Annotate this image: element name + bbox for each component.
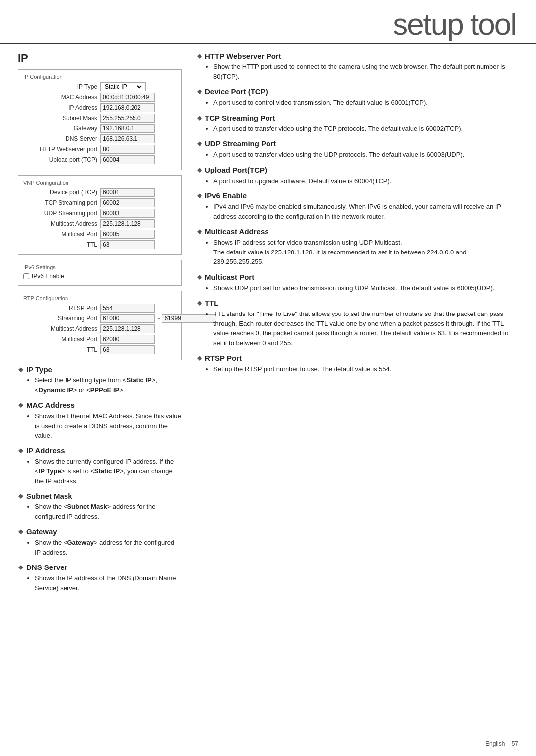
help-multicast-port-text: Shows UDP port set for video transmissio… [213,283,518,293]
help-ttl-heading: TTL [205,299,219,307]
left-column: IP IP Configuration IP Type Static IP Dy… [18,52,182,599]
subnet-mask-value[interactable]: 255.255.255.0 [100,114,155,123]
help-ttl: ❖ TTL TTL stands for "Time To Live" that… [197,299,518,348]
vnp-ttl-row: TTL 63 [23,240,176,249]
help-http-port-text: Show the HTTP port used to connect to th… [213,62,518,81]
mac-address-value: 00:0d:f1:30:00:49 [100,93,155,102]
upload-port-label: Upload port (TCP) [23,156,100,163]
help-dns-server: ❖ DNS Server Shows the IP address of the… [18,563,182,593]
gateway-value[interactable]: 192.168.0.1 [100,124,155,133]
help-mac-heading: MAC Address [26,401,75,409]
vnp-multicast-port-row: Multicast Port 60005 [23,230,176,239]
dns-server-label: DNS Server [23,135,100,142]
rtp-ttl-row: TTL 63 [23,345,176,354]
ipv6-config-title: IPv6 Settings [23,264,176,270]
gateway-label: Gateway [23,125,100,132]
rtp-multicast-addr-label: Multicast Address [23,325,100,332]
rtp-multicast-addr-value[interactable]: 225.128.1.128 [100,324,155,333]
help-upload-port-heading: Upload Port(TCP) [205,166,267,174]
section-title-ip: IP [18,52,182,64]
vnp-multicast-port-label: Multicast Port [23,231,100,238]
ipv6-enable-label: IPv6 Enable [32,273,64,280]
subnet-mask-label: Subnet Mask [23,115,100,122]
http-port-label: HTTP Webserver port [23,146,100,153]
diamond-icon: ❖ [18,366,24,374]
help-tcp-streaming: ❖ TCP Streaming Port A port used to tran… [197,114,518,134]
help-udp-streaming-heading: UDP Streaming Port [205,139,276,148]
vnp-ttl-value[interactable]: 63 [100,240,155,249]
upload-port-value[interactable]: 60004 [100,155,155,164]
help-ip-type-text: Select the IP setting type from <Static … [35,376,182,395]
diamond-icon: ❖ [197,140,202,148]
vnp-multicast-addr-row: Multicast Address 225.128.1.128 [23,219,176,228]
gateway-row: Gateway 192.168.0.1 [23,124,176,133]
dns-server-value[interactable]: 168.126.63.1 [100,134,155,143]
ip-type-select[interactable]: Static IP Dynamic IP PPPoE IP [103,83,143,91]
diamond-icon: ❖ [197,355,202,362]
vnp-multicast-port-value[interactable]: 60005 [100,230,155,239]
mac-address-label: MAC Address [23,94,100,101]
help-ipv6-enable: ❖ IPv6 Enable IPv4 and IPv6 may be enabl… [197,191,518,221]
rtp-multicast-addr-row: Multicast Address 225.128.1.128 [23,324,176,333]
vnp-device-port-row: Device port (TCP) 60001 [23,188,176,197]
help-rtsp-port: ❖ RTSP Port Set up the RTSP port number … [197,354,518,374]
help-upload-port-text: A port used to upgrade software. Default… [213,176,518,186]
tcp-streaming-port-value[interactable]: 60002 [100,198,155,207]
ip-address-value[interactable]: 192.168.0.202 [100,103,155,112]
udp-streaming-port-label: UDP Streaming port [23,210,100,217]
http-port-value[interactable]: 80 [100,145,155,154]
ipv6-enable-checkbox[interactable] [23,273,29,279]
ip-address-row: IP Address 192.168.0.202 [23,103,176,112]
vnp-ttl-label: TTL [23,241,100,248]
streaming-port-label: Streaming Port [23,315,100,322]
help-mac-address: ❖ MAC Address Shows the Ethernet MAC Add… [18,401,182,441]
help-upload-port-tcp: ❖ Upload Port(TCP) A port used to upgrad… [197,166,518,186]
tcp-streaming-port-label: TCP Streaming port [23,199,100,206]
help-multicast-addr-text: Shows IP address set for video transmiss… [213,238,518,267]
rtp-ttl-label: TTL [23,346,100,353]
page-footer: English – 57 [485,740,518,747]
ip-config-title: IP Configuration [23,74,176,80]
help-ip-address: ❖ IP Address Shows the currently configu… [18,446,182,486]
streaming-port-row: Streaming Port 61000 ~ 61999 [23,314,176,323]
help-multicast-address: ❖ Multicast Address Shows IP address set… [197,227,518,267]
help-http-port: ❖ HTTP Webserver Port Show the HTTP port… [197,52,518,81]
ip-type-label: IP Type [23,83,100,90]
vnp-device-port-label: Device port (TCP) [23,189,100,196]
vnp-multicast-addr-value[interactable]: 225.128.1.128 [100,219,155,228]
rtsp-port-value[interactable]: 554 [100,304,155,313]
page-title: setup tool [0,9,516,40]
help-subnet-mask: ❖ Subnet Mask Show the <Subnet Mask> add… [18,492,182,521]
rtsp-port-label: RTSP Port [23,305,100,312]
udp-streaming-port-value[interactable]: 60003 [100,209,155,218]
tcp-streaming-port-row: TCP Streaming port 60002 [23,198,176,207]
help-subnet-heading: Subnet Mask [26,492,72,500]
vnp-config-box: VNP Configuration Device port (TCP) 6000… [18,175,182,255]
vnp-multicast-addr-label: Multicast Address [23,220,100,227]
subnet-mask-row: Subnet Mask 255.255.255.0 [23,114,176,123]
mac-address-row: MAC Address 00:0d:f1:30:00:49 [23,93,176,102]
help-dns-text: Shows the IP address of the DNS (Domain … [35,573,182,593]
help-subnet-text: Show the <Subnet Mask> address for the c… [35,502,182,521]
help-ip-type: ❖ IP Type Select the IP setting type fro… [18,365,182,395]
dns-server-row: DNS Server 168.126.63.1 [23,134,176,143]
ipv6-config-box: IPv6 Settings IPv6 Enable [18,260,182,286]
rtp-multicast-port-row: Multicast Port 62000 [23,335,176,344]
vnp-device-port-value[interactable]: 60001 [100,188,155,197]
diamond-icon: ❖ [18,564,24,571]
diamond-icon: ❖ [18,447,24,455]
help-gateway-text: Show the <Gateway> address for the confi… [35,538,182,557]
diamond-icon: ❖ [18,528,24,536]
page-header: setup tool [0,0,536,44]
streaming-port-start[interactable]: 61000 [100,314,155,323]
vnp-config-title: VNP Configuration [23,180,176,186]
help-tcp-streaming-text: A port used to transfer video using the … [213,124,518,134]
rtp-ttl-value[interactable]: 63 [100,345,155,354]
rtsp-port-row: RTSP Port 554 [23,304,176,313]
udp-streaming-port-row: UDP Streaming port 60003 [23,209,176,218]
rtp-config-title: RTP Configuration [23,295,176,301]
help-rtsp-text: Set up the RTSP port number to use. The … [213,364,518,374]
rtp-multicast-port-value[interactable]: 62000 [100,335,155,344]
ip-type-value[interactable]: Static IP Dynamic IP PPPoE IP [100,82,146,91]
help-dns-heading: DNS Server [26,563,67,571]
